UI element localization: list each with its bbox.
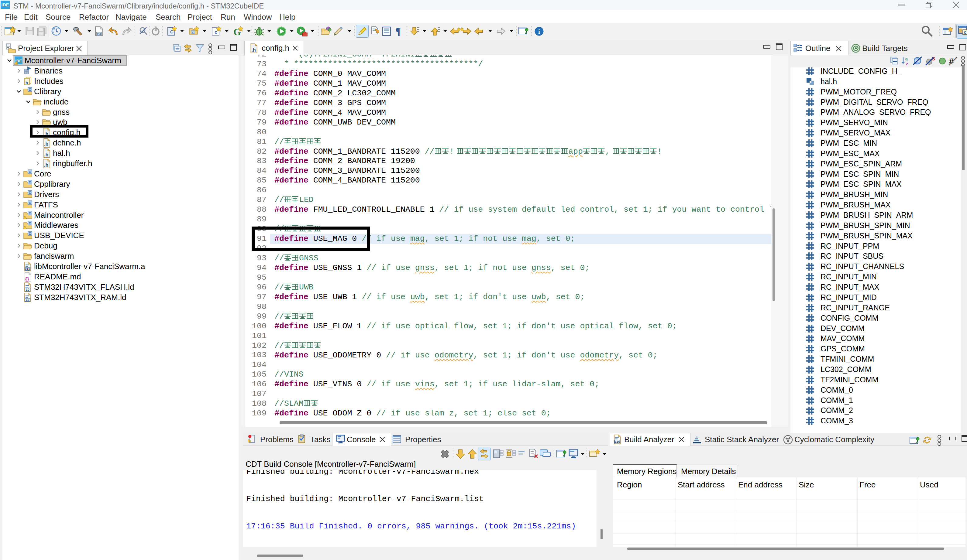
svg-text:C: C: [29, 201, 31, 205]
svg-text:a: a: [905, 56, 908, 61]
svg-text:C: C: [964, 31, 966, 34]
svg-text:C: C: [29, 170, 31, 174]
svg-text:h: h: [26, 81, 28, 85]
svg-text:010: 010: [25, 268, 30, 271]
svg-text:C: C: [29, 180, 31, 184]
svg-text:010: 010: [614, 440, 620, 444]
svg-text:C: C: [29, 221, 31, 225]
svg-text:{}: {}: [25, 276, 29, 282]
svg-text:C: C: [29, 88, 31, 91]
svg-text:LD: LD: [26, 288, 29, 292]
svg-text:.h: .h: [44, 152, 48, 157]
svg-text:C: C: [192, 31, 194, 34]
svg-text:LD: LD: [26, 298, 29, 302]
svg-text:01: 01: [25, 71, 28, 74]
svg-text:.h: .h: [252, 48, 256, 53]
svg-text:!: !: [249, 440, 250, 443]
svg-text:010: 010: [97, 33, 102, 36]
svg-text:.h: .h: [44, 142, 48, 147]
svg-text:C: C: [29, 232, 31, 236]
svg-text:C: C: [29, 211, 31, 215]
svg-text:!: !: [16, 62, 17, 65]
svg-text:.h: .h: [44, 163, 48, 168]
svg-text:C: C: [29, 191, 31, 194]
svg-text:z: z: [906, 61, 908, 66]
svg-text:i: i: [538, 28, 540, 35]
svg-text:c: c: [215, 30, 217, 35]
